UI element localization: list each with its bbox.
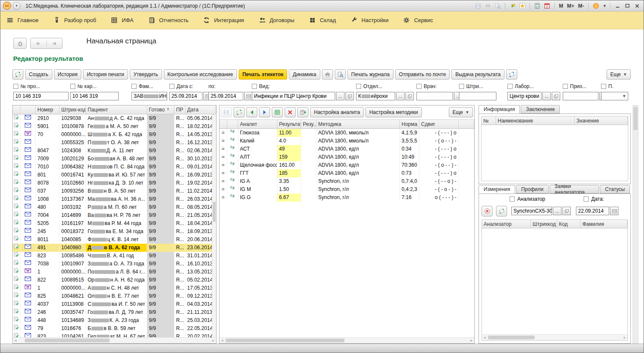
result-row[interactable]: =IG A3.35Synchron, г/л0,7:4,0- ( - - o )… bbox=[219, 177, 474, 185]
create-button[interactable]: Создать bbox=[25, 69, 52, 80]
patients-horizontal-scrollbar[interactable]: ◄ ► bbox=[13, 337, 216, 343]
export-button[interactable] bbox=[297, 107, 308, 117]
calendar-icon[interactable]: 31 bbox=[543, 2, 551, 10]
result-row[interactable]: =АЛТ159ADVIA 1800, ед/л10:49- ( - - - ) … bbox=[219, 153, 474, 161]
column-header[interactable]: Номер bbox=[36, 105, 60, 114]
patient-row[interactable]: 10000000...Поа Л. В. 64 г...9/9R...13.05… bbox=[13, 268, 216, 276]
menu-item-warehouse[interactable]: Склад bbox=[309, 17, 336, 24]
forward-button[interactable] bbox=[46, 40, 63, 47]
history-button[interactable]: История bbox=[54, 69, 82, 80]
column-header[interactable]: Код bbox=[557, 220, 581, 228]
patient-row[interactable]: 100810137367Мава А. Н. 36 л...9/9R...26.… bbox=[13, 195, 216, 203]
patient-row[interactable]: 29101029038Анд А. С. 42 года9/9R...05.06… bbox=[13, 114, 216, 122]
open-button[interactable] bbox=[562, 207, 571, 215]
column-header[interactable] bbox=[227, 120, 238, 129]
otdel-input[interactable]: Кейрохи bbox=[356, 92, 395, 100]
result-row[interactable]: =Щелочная фосф...161.00ADVIA 1800, ед/л7… bbox=[219, 161, 474, 169]
date-checkbox[interactable] bbox=[584, 196, 589, 202]
column-header[interactable]: Сдвиг bbox=[419, 120, 459, 129]
patient-row[interactable]: 807810102660Нгка Д. Э. 10 лет9/9R...19.0… bbox=[13, 179, 216, 187]
favorites-icon[interactable] bbox=[519, 2, 526, 10]
print-preview-icon[interactable] bbox=[494, 2, 502, 10]
open-button[interactable] bbox=[345, 92, 354, 100]
p-checkbox[interactable] bbox=[601, 84, 606, 89]
menu-item-main[interactable]: Главное bbox=[6, 17, 39, 24]
measurements-tab[interactable]: Заявки анализатора bbox=[550, 185, 599, 194]
maximize-button[interactable] bbox=[624, 2, 631, 10]
refresh-button[interactable] bbox=[12, 69, 23, 80]
menu-item-ifa[interactable]: ИФА bbox=[111, 17, 134, 24]
ellipsis-button[interactable]: ... bbox=[542, 92, 551, 100]
save-icon[interactable] bbox=[474, 2, 482, 10]
ellipsis-button[interactable]: ... bbox=[336, 92, 345, 100]
scroll-left-icon[interactable]: ◄ bbox=[221, 339, 224, 342]
print-icon[interactable] bbox=[484, 2, 492, 10]
fam-input[interactable]: ЗАВИН bbox=[131, 92, 167, 100]
column-header[interactable]: Готово bbox=[147, 105, 174, 114]
open-button[interactable] bbox=[405, 92, 414, 100]
titlebar-menu-button[interactable]: ▼ bbox=[13, 2, 20, 10]
patients-vertical-scrollbar[interactable] bbox=[212, 114, 216, 338]
chevron-down-icon[interactable]: ▼ bbox=[603, 4, 607, 8]
patient-row[interactable]: 10000000...Ан С. Н. 48 лет9/9R...17.05.2… bbox=[13, 284, 216, 292]
patient-row[interactable]: 700000000...Ша Х. Б. 42 года9/9R...14.05… bbox=[13, 131, 216, 139]
add-favorite-icon[interactable] bbox=[509, 2, 516, 10]
measurements-tab[interactable]: Измерения bbox=[479, 185, 515, 194]
measurements-tab[interactable]: Профили bbox=[516, 185, 548, 194]
column-header[interactable]: № bbox=[482, 117, 496, 125]
ellipsis-button[interactable]: ... bbox=[396, 92, 405, 100]
column-header[interactable]: Наименование bbox=[496, 117, 575, 125]
patient-row[interactable]: 82210089515Орн А. Н. 62 года9/9R...05.02… bbox=[13, 276, 216, 284]
menu-item-contracts[interactable]: Договоры bbox=[259, 17, 294, 24]
patient-row[interactable]: 82310085486Ч В. А. 41 год9/9R...31.01.20… bbox=[13, 252, 216, 260]
column-header[interactable] bbox=[13, 105, 20, 114]
result-row[interactable]: =ГГТ185ADVIA 1800, ед/л0:73- ( - - - ) o bbox=[219, 169, 474, 177]
result-row[interactable]: =Глюкоза11.00ADVIA 1800, ммоль/л4,1:5,9-… bbox=[219, 129, 474, 137]
info-tab[interactable]: Заключение bbox=[521, 105, 560, 114]
refresh-button[interactable] bbox=[496, 206, 507, 216]
vrach-input[interactable] bbox=[416, 92, 453, 100]
column-header[interactable]: Значение bbox=[575, 117, 628, 125]
fam-checkbox[interactable] bbox=[131, 84, 137, 89]
print-history-button[interactable]: История печати bbox=[83, 69, 128, 80]
save-button[interactable] bbox=[221, 107, 232, 117]
print-journal-button[interactable]: Печать журнала bbox=[348, 69, 393, 80]
print-preview-button[interactable] bbox=[335, 69, 346, 80]
scroll-right-icon[interactable]: ► bbox=[470, 339, 473, 342]
num-pro-input[interactable]: 10 146 319 bbox=[13, 92, 68, 100]
menu-item-reporting[interactable]: Отчетность bbox=[148, 17, 188, 24]
prio-checkbox[interactable] bbox=[563, 84, 568, 89]
calculator-icon[interactable] bbox=[533, 2, 541, 10]
patient-row[interactable]: 70041014699Вава Н. Р. 76 лет9/9R...21.05… bbox=[13, 211, 216, 219]
scroll-left-icon[interactable]: ◄ bbox=[14, 339, 17, 342]
column-header[interactable]: Норма bbox=[400, 120, 419, 129]
patient-row[interactable]: 10055325Пт О. А. 38 лет9/9R...16.12.2013 bbox=[13, 139, 216, 147]
patient-row[interactable]: 703810010907За О. А. 73 года9/9R...16.10… bbox=[13, 260, 216, 268]
patient-row[interactable]: 44810134689З К. А. 23 года9/9R...25.03.2… bbox=[13, 316, 216, 325]
back-button[interactable] bbox=[31, 40, 46, 47]
home-button[interactable] bbox=[13, 38, 27, 49]
close-button[interactable] bbox=[633, 2, 641, 10]
form-vertical-scrollbar[interactable] bbox=[633, 105, 638, 344]
menu-item-integration[interactable]: Интеграция bbox=[203, 17, 244, 24]
patient-row[interactable]: 80100016741Кува И. Ю. 57 лет9/9R...16.09… bbox=[13, 171, 216, 179]
measurements-tab[interactable]: Статусы bbox=[600, 185, 630, 194]
otdel-checkbox[interactable] bbox=[356, 84, 361, 89]
shtri-checkbox[interactable] bbox=[459, 84, 464, 89]
scroll-left-icon[interactable]: ◄ bbox=[483, 336, 486, 339]
open-button[interactable] bbox=[552, 92, 560, 100]
column-header[interactable]: Анализатор bbox=[482, 220, 531, 228]
control-study-button[interactable]: Контрольное исследование bbox=[164, 69, 237, 80]
column-header[interactable] bbox=[219, 120, 227, 129]
table-button[interactable] bbox=[272, 107, 283, 117]
menu-item-settings[interactable]: Настройки bbox=[350, 17, 389, 24]
print-button[interactable] bbox=[322, 69, 333, 80]
date-to-input[interactable]: 25.09.2014 bbox=[208, 92, 243, 100]
memory-plus-button[interactable]: M+ bbox=[566, 3, 575, 9]
issue-result-button[interactable]: Выдача результата bbox=[451, 69, 504, 80]
analyte-settings-button[interactable]: Настройка аналита bbox=[310, 107, 364, 117]
patient-row[interactable]: 24610035747Гова Л. Д. 79 лет9/9R...21.11… bbox=[13, 308, 216, 316]
prev-button[interactable] bbox=[246, 107, 257, 117]
dynamics-button[interactable]: Динамика bbox=[289, 69, 320, 80]
results-horizontal-scrollbar[interactable]: ◄ ► bbox=[219, 337, 474, 343]
